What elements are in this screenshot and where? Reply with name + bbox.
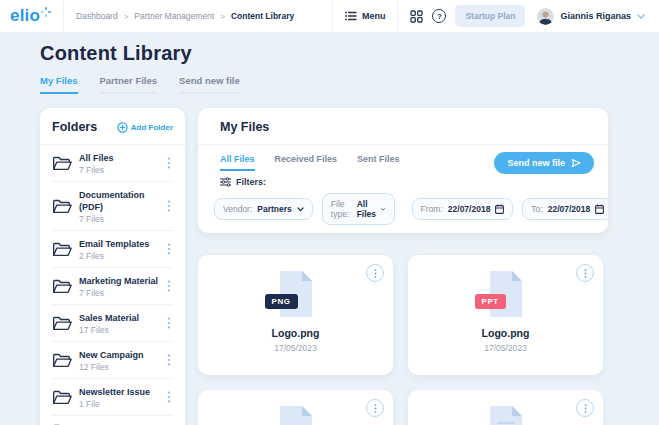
divider (397, 0, 398, 33)
folder-kebab-button[interactable] (165, 155, 173, 171)
nav-right: Menu ? Startup Plan (320, 0, 645, 33)
file-kebab-button[interactable] (366, 264, 384, 282)
vendor-filter-select[interactable]: Vendor: Partners (214, 198, 313, 220)
file-type-badge: PPT (475, 294, 506, 309)
folder-kebab-button[interactable] (165, 352, 173, 368)
folder-count: 12 Files (79, 362, 144, 372)
menu-button[interactable]: Menu (345, 11, 386, 21)
apps-grid-button[interactable] (410, 10, 423, 23)
folder-item-documentation-pdf[interactable]: Documentation (PDF)7 Files (52, 182, 173, 231)
file-type-filter-label: File type: (331, 199, 352, 219)
file-card[interactable] (408, 390, 603, 425)
tab-sent-files[interactable]: Sent Files (357, 154, 400, 171)
file-kebab-button[interactable] (366, 399, 384, 417)
breadcrumb-separator: > (220, 12, 225, 21)
divider (63, 0, 64, 33)
folders-header: Folders Add Folder (52, 120, 173, 134)
help-button[interactable]: ? (432, 9, 446, 23)
folder-count: 7 Files (79, 165, 114, 175)
breadcrumb-dashboard[interactable]: Dashboard (76, 11, 118, 21)
file-type-filter-select[interactable]: File type: All Files (322, 193, 395, 225)
file-card[interactable]: XLS (198, 390, 393, 425)
breadcrumb-partner-management[interactable]: Partner Management (134, 11, 214, 21)
folder-item-email-templates[interactable]: Email Templates2 Files (52, 231, 173, 268)
tab-my-files[interactable]: My Files (40, 75, 78, 94)
chevron-down-icon (297, 207, 304, 212)
filters-label: Filters: (220, 177, 608, 187)
avatar (537, 8, 554, 25)
file-kebab-button[interactable] (576, 264, 594, 282)
chevron-down-icon (381, 207, 385, 212)
file-type-filter-value: All Files (357, 199, 377, 219)
folder-count: 1 File (79, 399, 150, 409)
tab-all-files[interactable]: All Files (220, 154, 255, 171)
breadcrumb: Dashboard > Partner Management > Content… (76, 11, 294, 21)
file-card[interactable]: PPT Logo.png 17/05/2023 (408, 255, 603, 375)
folder-name: Email Templates (79, 238, 149, 250)
divider (332, 0, 333, 33)
help-icon: ? (432, 9, 446, 23)
file-kebab-button[interactable] (576, 399, 594, 417)
calendar-icon (595, 204, 604, 214)
folder-name: Documentation (PDF) (79, 189, 165, 213)
filter-pills: Vendor: Partners File type: All Files Fr… (214, 193, 608, 225)
brand-logo[interactable]: elio (10, 6, 51, 26)
date-from-value: 22/07/2018 (448, 204, 491, 214)
page-title: Content Library (40, 42, 659, 65)
date-to-value: 22/07/2018 (548, 204, 591, 214)
user-menu[interactable]: Giannis Riganas (537, 8, 645, 25)
file-date: 17/05/2023 (274, 343, 317, 353)
date-from-input[interactable]: From: 22/07/2018 (412, 198, 514, 220)
list-menu-icon (345, 11, 357, 21)
add-folder-label: Add Folder (131, 123, 173, 132)
chevron-down-icon (637, 14, 645, 19)
folders-panel: Folders Add Folder All Files7 Files (40, 108, 185, 425)
plan-badge[interactable]: Startup Plan (455, 5, 525, 27)
folder-icon (52, 241, 72, 258)
folder-name: Marketing Material (79, 275, 158, 287)
vendor-filter-value: Partners (257, 204, 292, 214)
folder-name: New Campaign (79, 349, 144, 361)
logo-sparkle-icon (41, 7, 51, 17)
user-name: Giannis Riganas (560, 11, 631, 21)
add-folder-button[interactable]: Add Folder (117, 122, 173, 133)
date-to-input[interactable]: To: 22/07/2018 (522, 198, 608, 220)
file-card[interactable]: PNG Logo.png 17/05/2023 (198, 255, 393, 375)
filters-icon (220, 177, 231, 187)
folder-item-marketing-material[interactable]: Marketing Material7 Files (52, 268, 173, 305)
send-new-file-button[interactable]: Send new file (494, 152, 594, 174)
folder-item-new-campaign[interactable]: New Campaign12 Files (52, 342, 173, 379)
tab-send-new-file[interactable]: Send new file (179, 75, 240, 94)
folder-item-product-updates[interactable]: Product Updates (52, 416, 173, 425)
vendor-filter-label: Vendor: (223, 204, 252, 214)
folder-count: 7 Files (79, 288, 158, 298)
folder-kebab-button[interactable] (165, 241, 173, 257)
date-from-label: From: (421, 204, 443, 214)
folder-item-all-files[interactable]: All Files7 Files (52, 145, 173, 182)
folder-icon (52, 155, 72, 172)
date-to-label: To: (531, 204, 542, 214)
file-icon: PPT (487, 270, 525, 318)
page-tabs: My Files Partner Files Send new file (40, 75, 659, 94)
folder-kebab-button[interactable] (165, 278, 173, 294)
file-name: Logo.png (272, 327, 320, 339)
file-cards-grid: PNG Logo.png 17/05/2023 PPT Logo.png 17/… (198, 255, 608, 425)
folder-kebab-button[interactable] (165, 315, 173, 331)
folder-item-newsletter-issue[interactable]: Newsletter Issue1 File (52, 379, 173, 416)
folder-count: 7 Files (79, 214, 165, 224)
folder-name: Sales Material (79, 312, 139, 324)
send-new-file-label: Send new file (507, 158, 565, 168)
content: Folders Add Folder All Files7 Files (0, 94, 659, 425)
file-icon: PNG (277, 270, 315, 318)
folder-icon (52, 198, 72, 215)
folder-kebab-button[interactable] (165, 198, 173, 214)
app-root: elio Dashboard > Partner Management > Co… (0, 0, 659, 425)
folder-item-sales-material[interactable]: Sales Material17 Files (52, 305, 173, 342)
folder-icon (52, 389, 72, 406)
folder-icon (52, 315, 72, 332)
tab-partner-files[interactable]: Partner Files (100, 75, 158, 94)
tab-received-files[interactable]: Received Files (275, 154, 338, 171)
file-type-badge: PNG (265, 294, 298, 309)
file-icon: XLS (277, 405, 315, 425)
folder-kebab-button[interactable] (165, 389, 173, 405)
